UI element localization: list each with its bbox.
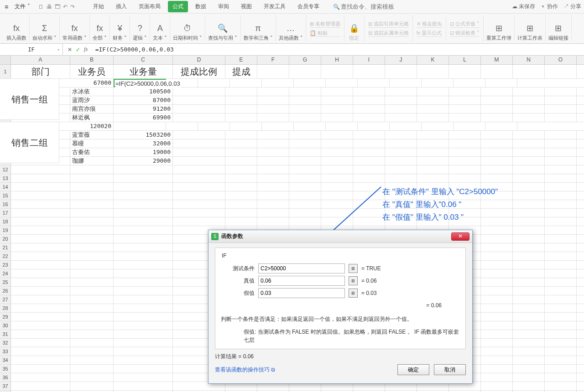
cell[interactable] — [11, 226, 70, 234]
cell[interactable] — [70, 330, 114, 338]
ok-button[interactable]: 确定 — [397, 364, 429, 375]
cell[interactable] — [198, 79, 230, 87]
cell[interactable] — [11, 347, 70, 356]
cell[interactable] — [11, 287, 70, 295]
cell[interactable] — [321, 165, 353, 174]
cell[interactable] — [225, 139, 257, 148]
cell[interactable] — [11, 339, 70, 347]
cell[interactable] — [173, 217, 225, 226]
cell[interactable] — [321, 96, 353, 104]
cell[interactable] — [289, 148, 321, 156]
row-header[interactable]: 22 — [0, 252, 11, 260]
cell[interactable] — [481, 174, 513, 182]
cell[interactable] — [481, 330, 513, 338]
cell[interactable]: 提成 — [225, 65, 257, 78]
cell[interactable] — [545, 113, 577, 122]
help-link[interactable]: 查看该函数的操作技巧 ⧉ — [215, 366, 275, 374]
unsaved-indicator[interactable]: ☁ 未保存 — [512, 3, 535, 10]
cell[interactable]: 67000 — [54, 79, 114, 87]
cell[interactable] — [513, 65, 545, 78]
row-header[interactable]: 1 — [0, 65, 11, 78]
cell[interactable] — [321, 139, 353, 148]
preview-icon[interactable]: 🗔 — [55, 4, 60, 10]
cancel-button[interactable]: 取消 — [434, 364, 466, 375]
col-header[interactable]: I — [353, 56, 385, 64]
row-header[interactable]: 27 — [0, 295, 11, 304]
row-header[interactable]: 19 — [0, 226, 11, 234]
cell[interactable] — [225, 209, 257, 217]
cell[interactable] — [385, 113, 417, 122]
cell[interactable] — [481, 261, 513, 269]
cell[interactable] — [481, 235, 513, 243]
row-header[interactable]: 28 — [0, 304, 11, 312]
cell[interactable] — [417, 174, 449, 182]
cell[interactable] — [321, 65, 353, 78]
cell[interactable] — [513, 226, 545, 234]
cell[interactable] — [321, 113, 353, 122]
cell[interactable] — [481, 131, 513, 139]
cell[interactable] — [454, 122, 485, 130]
cell[interactable] — [449, 157, 481, 165]
cell[interactable] — [173, 183, 225, 191]
save-icon[interactable]: 🗋 — [38, 4, 44, 10]
cell[interactable] — [513, 174, 545, 182]
cell[interactable] — [385, 96, 417, 104]
cell[interactable] — [114, 252, 173, 260]
cell[interactable] — [417, 105, 449, 113]
row-header[interactable]: 25 — [0, 278, 11, 286]
cell[interactable] — [481, 339, 513, 347]
cell[interactable] — [225, 217, 257, 226]
cell[interactable] — [545, 287, 577, 295]
col-header[interactable]: D — [173, 56, 225, 64]
cell[interactable] — [114, 295, 173, 304]
cell[interactable] — [385, 165, 417, 174]
cell[interactable] — [353, 88, 385, 96]
cell[interactable] — [70, 287, 114, 295]
cell[interactable] — [262, 122, 294, 130]
cell[interactable] — [257, 191, 289, 200]
cell[interactable]: 69900 — [114, 113, 173, 122]
cell[interactable] — [545, 356, 577, 364]
cell[interactable] — [11, 209, 70, 217]
cell[interactable] — [114, 261, 173, 269]
cell[interactable] — [513, 269, 545, 278]
col-header[interactable]: G — [289, 56, 321, 64]
cell[interactable] — [513, 373, 545, 382]
cell[interactable] — [257, 65, 289, 78]
cell[interactable] — [545, 174, 577, 182]
cell[interactable] — [114, 347, 173, 356]
cell[interactable] — [353, 165, 385, 174]
cell[interactable] — [173, 105, 225, 113]
cell[interactable] — [70, 304, 114, 312]
cell[interactable] — [513, 252, 545, 260]
cell[interactable] — [289, 113, 321, 122]
param-input-1[interactable] — [258, 276, 345, 286]
cell[interactable] — [485, 122, 517, 130]
cell[interactable] — [545, 191, 577, 200]
cell[interactable] — [353, 96, 385, 104]
cell[interactable] — [481, 321, 513, 330]
cell[interactable] — [173, 200, 225, 208]
row-header[interactable]: 14 — [0, 183, 11, 191]
col-header[interactable]: B — [70, 56, 114, 64]
cell[interactable] — [390, 79, 422, 87]
cell[interactable] — [385, 174, 417, 182]
param-input-2[interactable] — [258, 288, 345, 298]
cell[interactable] — [422, 79, 454, 87]
cell[interactable] — [353, 105, 385, 113]
col-header[interactable]: A — [11, 56, 70, 64]
cell[interactable] — [173, 157, 225, 165]
row-header[interactable]: 12 — [0, 165, 11, 174]
cell[interactable] — [513, 157, 545, 165]
cell[interactable] — [70, 321, 114, 330]
range-picker-icon[interactable]: ⊞ — [349, 289, 358, 298]
cell[interactable] — [294, 122, 326, 130]
cell[interactable] — [449, 139, 481, 148]
cell[interactable] — [173, 139, 225, 148]
cell[interactable] — [513, 330, 545, 338]
ribbon-日期和时间[interactable]: ⏱日期和时间 ˅ — [170, 15, 205, 41]
row-header[interactable]: 34 — [0, 356, 11, 364]
cell[interactable] — [70, 174, 114, 182]
cell[interactable] — [481, 365, 513, 373]
cell[interactable] — [545, 330, 577, 338]
